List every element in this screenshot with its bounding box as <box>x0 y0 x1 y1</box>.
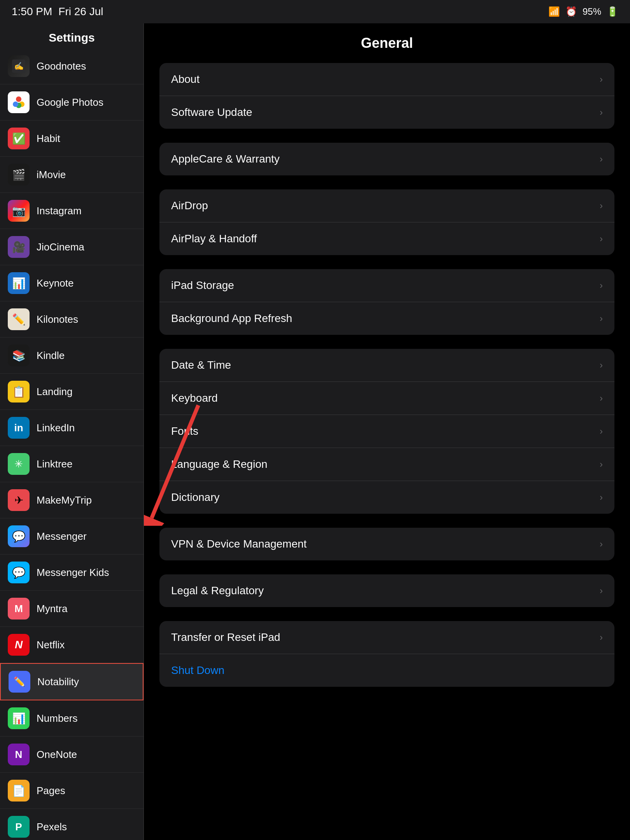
svg-point-5 <box>13 102 18 107</box>
battery-icon: 🔋 <box>607 6 618 17</box>
settings-row-software-update[interactable]: Software Update› <box>159 96 614 129</box>
sidebar-item-habit[interactable]: ✅Habit <box>0 121 144 157</box>
settings-row-keyboard[interactable]: Keyboard› <box>159 382 614 415</box>
settings-row-dictionary[interactable]: Dictionary› <box>159 481 614 514</box>
sidebar-item-kilonotes[interactable]: ✏️Kilonotes <box>0 301 144 338</box>
chevron-icon-background-refresh: › <box>600 313 603 324</box>
settings-row-language-region[interactable]: Language & Region› <box>159 448 614 481</box>
sidebar-item-netflix[interactable]: NNetflix <box>0 627 144 663</box>
pages-icon: 📄 <box>8 780 30 802</box>
onenote-label: OneNote <box>37 749 77 761</box>
chevron-icon-applecare: › <box>600 154 603 164</box>
settings-group-group6: VPN & Device Management› <box>159 528 614 560</box>
sidebar-item-notability[interactable]: ✏️Notability <box>0 663 144 700</box>
numbers-label: Numbers <box>37 712 77 724</box>
sidebar-item-makemytrip[interactable]: ✈MakeMyTrip <box>0 482 144 518</box>
kindle-label: Kindle <box>37 350 65 362</box>
onenote-icon: N <box>8 744 30 765</box>
sidebar-title: Settings <box>0 23 144 48</box>
settings-label-about: About <box>171 73 200 86</box>
messenger-icon: 💬 <box>8 525 30 547</box>
sidebar-item-pexels[interactable]: PPexels <box>0 809 144 840</box>
netflix-label: Netflix <box>37 639 65 651</box>
settings-group-group5: Date & Time›Keyboard›Fonts›Language & Re… <box>159 349 614 514</box>
goodnotes-label: Goodnotes <box>37 60 86 72</box>
settings-row-applecare[interactable]: AppleCare & Warranty› <box>159 143 614 175</box>
landing-label: Landing <box>37 386 73 398</box>
chevron-icon-dictionary: › <box>600 492 603 503</box>
sidebar-item-keynote[interactable]: 📊Keynote <box>0 265 144 301</box>
sidebar-item-messenger[interactable]: 💬Messenger <box>0 518 144 555</box>
settings-row-airdrop[interactable]: AirDrop› <box>159 189 614 222</box>
settings-label-vpn: VPN & Device Management <box>171 538 307 550</box>
landing-icon: 📋 <box>8 381 30 402</box>
settings-row-date-time[interactable]: Date & Time› <box>159 349 614 382</box>
chevron-icon-software-update: › <box>600 107 603 118</box>
habit-icon: ✅ <box>8 128 30 149</box>
settings-label-applecare: AppleCare & Warranty <box>171 153 280 165</box>
sidebar-item-instagram[interactable]: 📷Instagram <box>0 193 144 229</box>
settings-row-ipad-storage[interactable]: iPad Storage› <box>159 269 614 302</box>
settings-label-language-region: Language & Region <box>171 458 268 471</box>
makemytrip-label: MakeMyTrip <box>37 494 92 506</box>
settings-row-about[interactable]: About› <box>159 63 614 96</box>
sidebar-item-linkedin[interactable]: inLinkedIn <box>0 410 144 446</box>
kilonotes-label: Kilonotes <box>37 313 78 326</box>
settings-group-group8: Transfer or Reset iPad›Shut Down <box>159 621 614 687</box>
linktree-icon: ✳ <box>8 453 30 475</box>
settings-row-airplay[interactable]: AirPlay & Handoff› <box>159 222 614 255</box>
status-icons: 📶 ⏰ 95% 🔋 <box>548 6 618 17</box>
settings-label-ipad-storage: iPad Storage <box>171 279 234 292</box>
content-wrapper: About›Software Update›AppleCare & Warran… <box>159 63 614 687</box>
chevron-icon-language-region: › <box>600 459 603 470</box>
settings-row-shut-down[interactable]: Shut Down <box>159 654 614 687</box>
netflix-icon: N <box>8 634 30 656</box>
myntra-label: Myntra <box>37 603 67 615</box>
chevron-icon-airplay: › <box>600 233 603 244</box>
kindle-icon: 📚 <box>8 345 30 366</box>
sidebar-item-google-photos[interactable]: Google Photos <box>0 84 144 121</box>
settings-row-fonts[interactable]: Fonts› <box>159 415 614 448</box>
sidebar-item-jiocinema[interactable]: 🎥JioCinema <box>0 229 144 265</box>
settings-label-software-update: Software Update <box>171 106 252 119</box>
chevron-icon-transfer-reset: › <box>600 632 603 643</box>
chevron-icon-ipad-storage: › <box>600 280 603 291</box>
svg-point-2 <box>16 96 21 102</box>
instagram-icon: 📷 <box>8 200 30 222</box>
status-date: Fri 26 Jul <box>58 5 103 18</box>
imovie-icon: 🎬 <box>8 164 30 186</box>
linkedin-label: LinkedIn <box>37 422 75 434</box>
goodnotes-icon: ✍ <box>8 55 30 77</box>
settings-label-fonts: Fonts <box>171 425 198 438</box>
sidebar: Settings ✍GoodnotesGoogle Photos✅Habit🎬i… <box>0 23 144 840</box>
settings-label-legal: Legal & Regulatory <box>171 584 264 597</box>
settings-label-transfer-reset: Transfer or Reset iPad <box>171 631 280 644</box>
settings-label-keyboard: Keyboard <box>171 392 218 404</box>
messenger-kids-icon: 💬 <box>8 562 30 583</box>
sidebar-item-imovie[interactable]: 🎬iMovie <box>0 157 144 193</box>
status-time: 1:50 PM <box>12 5 52 18</box>
sidebar-item-landing[interactable]: 📋Landing <box>0 374 144 410</box>
settings-row-legal[interactable]: Legal & Regulatory› <box>159 574 614 607</box>
chevron-icon-airdrop: › <box>600 200 603 211</box>
makemytrip-icon: ✈ <box>8 489 30 511</box>
sidebar-item-linktree[interactable]: ✳Linktree <box>0 446 144 482</box>
settings-row-vpn[interactable]: VPN & Device Management› <box>159 528 614 560</box>
imovie-label: iMovie <box>37 169 66 181</box>
chevron-icon-vpn: › <box>600 539 603 550</box>
sidebar-item-kindle[interactable]: 📚Kindle <box>0 338 144 374</box>
sidebar-item-onenote[interactable]: NOneNote <box>0 737 144 773</box>
chevron-icon-keyboard: › <box>600 393 603 404</box>
sidebar-item-myntra[interactable]: MMyntra <box>0 591 144 627</box>
content-title: General <box>159 35 614 51</box>
sidebar-item-pages[interactable]: 📄Pages <box>0 773 144 809</box>
settings-group-group3: AirDrop›AirPlay & Handoff› <box>159 189 614 255</box>
linktree-label: Linktree <box>37 458 73 470</box>
settings-row-background-refresh[interactable]: Background App Refresh› <box>159 302 614 335</box>
sidebar-item-numbers[interactable]: 📊Numbers <box>0 700 144 737</box>
settings-label-airdrop: AirDrop <box>171 200 208 212</box>
settings-row-transfer-reset[interactable]: Transfer or Reset iPad› <box>159 621 614 654</box>
sidebar-item-goodnotes[interactable]: ✍Goodnotes <box>0 48 144 84</box>
pexels-icon: P <box>8 816 30 838</box>
sidebar-item-messenger-kids[interactable]: 💬Messenger Kids <box>0 555 144 591</box>
